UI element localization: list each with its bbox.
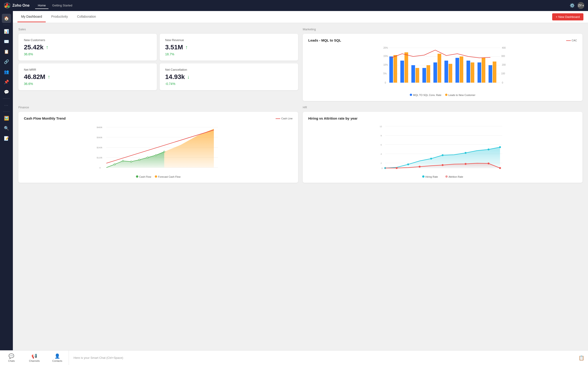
svg-rect-20: [389, 56, 393, 83]
new-dashboard-button[interactable]: + New Dashboard: [552, 13, 583, 21]
kpi-new-customers: New Customers 25.42k ↑ 36.6%: [18, 34, 157, 61]
svg-text:$360k: $360k: [97, 136, 102, 139]
marketing-chart-card: Leads - MQL to SQL CAC 20% 15% 10% 5%: [303, 34, 582, 101]
bottom-tab-channels[interactable]: 📢 Channels: [23, 351, 46, 365]
svg-point-84: [465, 163, 467, 165]
svg-point-79: [488, 148, 489, 150]
svg-text:4: 4: [381, 153, 382, 155]
nav-right: ⚙️ ZY ▾: [570, 2, 584, 9]
svg-rect-30: [445, 61, 448, 83]
svg-point-76: [430, 158, 432, 160]
tab-collaboration[interactable]: Collaboration: [73, 12, 100, 22]
svg-rect-31: [449, 64, 452, 83]
tab-productivity[interactable]: Productivity: [48, 12, 71, 22]
svg-text:6: 6: [381, 144, 382, 146]
kpi-new-revenue-value-row: 3.51M ↑: [165, 44, 293, 51]
svg-point-56: [147, 157, 148, 158]
contacts-icon: 👤: [54, 353, 60, 359]
svg-text:$120k: $120k: [97, 157, 102, 159]
svg-marker-51: [164, 129, 214, 168]
svg-rect-25: [416, 68, 419, 83]
svg-rect-38: [489, 65, 492, 83]
hiring-attrition-chart: 12 8 6 4 2 0: [308, 123, 577, 174]
nav-getting-started[interactable]: Getting Started: [50, 2, 75, 9]
svg-text:200: 200: [502, 63, 506, 66]
top-sections-grid: Sales New Customers 25.42k ↑ 36.6%: [18, 28, 582, 101]
kpi-new-customers-title: New Customers: [24, 38, 151, 42]
sidebar-item-notes[interactable]: 📝: [2, 134, 11, 143]
hr-section: HR Hiring vs Attrition rate by year 12 8…: [303, 105, 582, 183]
svg-text:5%: 5%: [383, 72, 387, 75]
finance-label: Finance: [18, 105, 298, 109]
kpi-net-mrr-title: Net MRR: [24, 68, 151, 71]
sidebar-divider-2: [3, 98, 10, 99]
svg-rect-29: [438, 54, 441, 83]
svg-text:0: 0: [382, 167, 383, 169]
chats-icon: 💬: [8, 353, 14, 359]
finance-chart-legend-header: Cash Line: [276, 117, 293, 120]
hiring-rate-legend: Hiring Rate: [422, 175, 438, 178]
sidebar-item-people[interactable]: 👥: [2, 67, 11, 77]
kpi-net-mrr: Net MRR 46.82M ↑ 36.6%: [18, 63, 157, 90]
compose-icon[interactable]: 📋: [579, 355, 584, 360]
svg-point-58: [163, 151, 165, 152]
app-name: Zoho One: [12, 3, 30, 7]
bottom-tab-chats[interactable]: 💬 Chats: [0, 351, 23, 365]
svg-text:300: 300: [501, 55, 505, 57]
bottom-sections-grid: Finance Cash Flow Monthly Trend Cash Lin…: [18, 105, 582, 183]
chats-label: Chats: [8, 359, 15, 362]
kpi-net-cancellation-change: -0.74%: [165, 82, 293, 86]
hr-legend-bottom: Hiring Rate Attrition Rate: [308, 175, 577, 178]
svg-text:$240k: $240k: [97, 147, 102, 149]
finance-section: Finance Cash Flow Monthly Trend Cash Lin…: [18, 105, 298, 183]
mql-sql-legend: MQL TO SQL Conv. Rate: [410, 94, 441, 96]
logo-area[interactable]: Zoho One: [4, 2, 30, 9]
svg-rect-24: [411, 65, 415, 83]
smart-chat-input[interactable]: Here is your Smart Chat (Ctrl+Space): [69, 356, 579, 359]
sidebar-item-gallery[interactable]: 🖼️: [2, 114, 11, 123]
sidebar-more[interactable]: ···: [2, 101, 11, 110]
svg-rect-26: [422, 68, 426, 83]
user-avatar[interactable]: ZY ▾: [577, 2, 584, 9]
nav-home[interactable]: Home: [35, 2, 49, 9]
kpi-new-revenue-value: 3.51M: [165, 44, 183, 51]
kpi-net-cancellation-value: 14.93k: [165, 73, 185, 81]
svg-rect-22: [400, 61, 404, 83]
finance-legend-bottom: Cash Flow Forecast Cash Flow: [24, 175, 293, 178]
channels-icon: 📢: [31, 353, 37, 359]
svg-rect-21: [393, 55, 397, 83]
finance-chart-header: Cash Flow Monthly Trend Cash Line: [24, 116, 293, 120]
marketing-section: Marketing Leads - MQL to SQL CAC 20%: [303, 28, 582, 101]
kpi-new-customers-change: 36.6%: [24, 52, 151, 56]
kpi-net-cancellation-title: Net Cancellation: [165, 68, 293, 71]
marketing-chart-legend: CAC: [566, 39, 577, 42]
settings-icon[interactable]: ⚙️: [570, 3, 575, 8]
hr-label: HR: [303, 105, 582, 109]
tab-my-dashboard[interactable]: My Dashboard: [17, 12, 46, 22]
kpi-net-mrr-value-row: 46.82M ↑: [24, 73, 151, 81]
sidebar-item-reports[interactable]: 📋: [2, 47, 11, 56]
svg-text:2: 2: [381, 162, 382, 164]
sidebar-item-search[interactable]: 🔍: [2, 124, 11, 133]
svg-rect-27: [426, 65, 430, 83]
sidebar-item-analytics[interactable]: 📊: [2, 27, 11, 36]
bottom-tabs: 💬 Chats 📢 Channels 👤 Contacts: [0, 351, 69, 365]
svg-rect-36: [477, 63, 481, 83]
finance-chart-card: Cash Flow Monthly Trend Cash Line $480k …: [18, 112, 298, 183]
sidebar-item-integrations[interactable]: 🔗: [2, 57, 11, 66]
sidebar-item-mail[interactable]: ✉️: [2, 37, 11, 46]
forecast-cashflow-legend: Forecast Cash Flow: [155, 175, 181, 178]
sidebar-item-home[interactable]: 🏠: [2, 14, 11, 23]
svg-point-83: [442, 164, 444, 166]
sidebar-item-chat[interactable]: 💬: [2, 87, 11, 97]
top-navigation: Zoho One Home Getting Started ⚙️ ZY ▾: [0, 0, 588, 11]
cashflow-chart: $480k $360k $240k $120k 0: [24, 123, 293, 174]
tab-bar: My Dashboard Productivity Collaboration …: [13, 11, 588, 23]
sidebar-item-pinned[interactable]: 📌: [2, 77, 11, 87]
finance-chart-title: Cash Flow Monthly Trend: [24, 116, 66, 120]
svg-text:10%: 10%: [383, 63, 388, 66]
svg-point-75: [407, 163, 409, 165]
bottom-tab-contacts[interactable]: 👤 Contacts: [46, 351, 69, 365]
svg-point-85: [488, 162, 489, 164]
leads-customer-legend: Leads to New Customer: [445, 94, 475, 96]
